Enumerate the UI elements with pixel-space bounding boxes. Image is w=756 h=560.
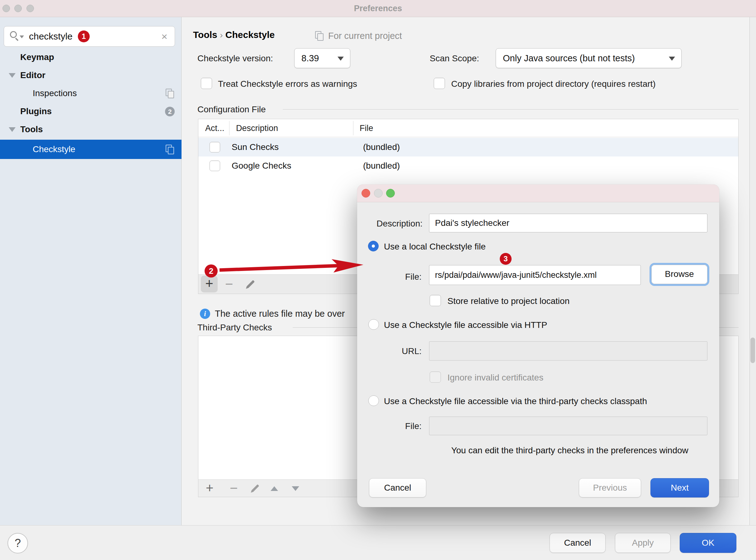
dialog-previous-button[interactable]: Previous	[579, 478, 641, 498]
sidebar-item-inspections[interactable]: Inspections	[0, 84, 181, 102]
scope-label: For current project	[328, 31, 402, 41]
scan-scope-label: Scan Scope:	[430, 54, 479, 63]
move-up-icon[interactable]	[271, 486, 278, 491]
clear-search-icon[interactable]: ×	[161, 26, 168, 46]
add-configuration-button[interactable]: +	[201, 276, 218, 293]
column-divider[interactable]	[353, 121, 353, 135]
help-button[interactable]: ?	[7, 533, 28, 554]
apply-button[interactable]: Apply	[615, 533, 671, 553]
edit-pencil-icon[interactable]	[245, 278, 256, 290]
table-header[interactable]: Act... Description File	[198, 119, 738, 137]
breadcrumb-separator: ›	[220, 30, 222, 40]
store-relative-checkbox[interactable]	[430, 295, 441, 306]
sidebar-item-label: Inspections	[33, 84, 77, 102]
cancel-button[interactable]: Cancel	[549, 533, 606, 553]
row-file: (bundled)	[363, 157, 400, 175]
copy-icon	[315, 31, 323, 40]
dialog-titlebar	[357, 184, 719, 202]
annotation-step-3-badge: 3	[500, 253, 511, 265]
search-icon-handle	[15, 38, 19, 41]
active-checkbox[interactable]	[210, 161, 220, 171]
edit-pencil-icon[interactable]	[249, 483, 260, 494]
sidebar-item-tools[interactable]: Tools	[0, 120, 181, 138]
dialog-minimize-button[interactable]	[374, 189, 383, 198]
add-check-button[interactable]: +	[206, 480, 214, 497]
window-title: Preferences	[0, 0, 756, 17]
annotation-arrow	[216, 255, 367, 277]
move-down-icon[interactable]	[292, 486, 299, 491]
file-field-wrap	[429, 265, 641, 285]
store-relative-label: Store relative to project location	[447, 296, 569, 306]
description-field-wrap	[429, 214, 707, 233]
breadcrumb-checkstyle: Checkstyle	[226, 29, 275, 40]
dialog-note: You can edit the third-party checks in t…	[429, 445, 711, 456]
third-party-section-title: Third-Party Checks	[197, 323, 272, 333]
sidebar-item-label: Plugins	[20, 102, 52, 120]
chevron-down-icon[interactable]	[9, 73, 16, 78]
dialog-cancel-button[interactable]: Cancel	[369, 478, 426, 498]
dialog-close-button[interactable]	[362, 189, 370, 198]
sidebar-item-label: Keymap	[20, 48, 54, 66]
table-row[interactable]: Google Checks (bundled)	[198, 157, 738, 175]
sidebar-item-label: Tools	[20, 120, 43, 138]
description-label: Description:	[363, 219, 423, 229]
treat-errors-checkbox[interactable]	[201, 78, 212, 89]
http-file-radio-label: Use a Checkstyle file accessible via HTT…	[384, 320, 547, 330]
file-input[interactable]	[429, 265, 641, 285]
http-file-radio[interactable]	[368, 319, 379, 330]
sidebar-item-plugins[interactable]: Plugins 2	[0, 102, 181, 120]
remove-check-button[interactable]: −	[230, 479, 238, 498]
dialog-next-button[interactable]: Next	[651, 478, 709, 498]
scrollbar-track[interactable]	[750, 17, 756, 525]
section-divider	[283, 109, 739, 109]
column-file[interactable]: File	[360, 119, 373, 137]
ignore-certs-checkbox[interactable]	[430, 372, 441, 383]
row-description: Google Checks	[232, 157, 291, 175]
breadcrumb-tools[interactable]: Tools	[193, 29, 217, 40]
annotation-step-2-badge: 2	[205, 264, 218, 278]
version-value: 8.39	[302, 48, 319, 68]
sidebar-item-label: Checkstyle	[33, 140, 75, 159]
file2-label: File:	[386, 421, 422, 431]
copy-icon	[166, 145, 174, 154]
classpath-file-radio[interactable]	[368, 395, 379, 406]
browse-button[interactable]: Browse	[650, 263, 709, 286]
scan-scope-dropdown[interactable]: Only Java sources (but not tests)	[496, 48, 682, 68]
search-value[interactable]: checkstyle	[29, 26, 73, 46]
ok-button[interactable]: OK	[680, 533, 736, 553]
configuration-section-title: Configuration File	[197, 104, 266, 115]
chevron-down-icon[interactable]	[9, 127, 16, 132]
column-description[interactable]: Description	[236, 119, 278, 137]
description-input[interactable]	[429, 214, 707, 233]
sidebar-item-checkstyle[interactable]: Checkstyle	[0, 140, 181, 159]
annotation-step-1-badge: 1	[78, 31, 90, 42]
file-label: File:	[386, 272, 422, 282]
add-configuration-dialog: Description: Use a local Checkstyle file…	[357, 184, 719, 507]
sidebar-item-editor[interactable]: Editor	[0, 66, 181, 84]
scan-scope-value: Only Java sources (but not tests)	[503, 48, 635, 68]
breadcrumb: Tools › Checkstyle	[193, 27, 275, 42]
chevron-down-icon	[669, 57, 675, 61]
table-row[interactable]: Sun Checks (bundled)	[198, 138, 738, 157]
classpath-file-input[interactable]	[429, 417, 707, 435]
version-label: Checkstyle version:	[197, 54, 273, 63]
column-active[interactable]: Act...	[205, 119, 225, 137]
sidebar-item-label: Editor	[20, 66, 45, 84]
column-divider[interactable]	[229, 121, 230, 135]
sidebar-item-keymap[interactable]: Keymap	[0, 48, 181, 66]
copy-libraries-checkbox[interactable]	[434, 78, 445, 89]
remove-configuration-button[interactable]: −	[225, 275, 233, 293]
search-input[interactable]: checkstyle 1 ×	[4, 26, 175, 47]
active-checkbox[interactable]	[210, 142, 220, 153]
footer-bar: ? Cancel Apply OK	[0, 525, 756, 560]
local-file-radio[interactable]	[368, 241, 379, 252]
chevron-down-icon	[337, 57, 344, 61]
dialog-zoom-button[interactable]	[386, 189, 395, 198]
version-dropdown[interactable]: 8.39	[294, 48, 350, 68]
file2-field-wrap	[429, 417, 707, 435]
scrollbar-thumb[interactable]	[750, 338, 755, 363]
url-input[interactable]	[429, 341, 707, 361]
copy-libraries-label: Copy libraries from project directory (r…	[451, 79, 656, 89]
ignore-certs-label: Ignore invalid certificates	[447, 373, 543, 383]
search-options-chevron-icon[interactable]	[20, 36, 24, 38]
